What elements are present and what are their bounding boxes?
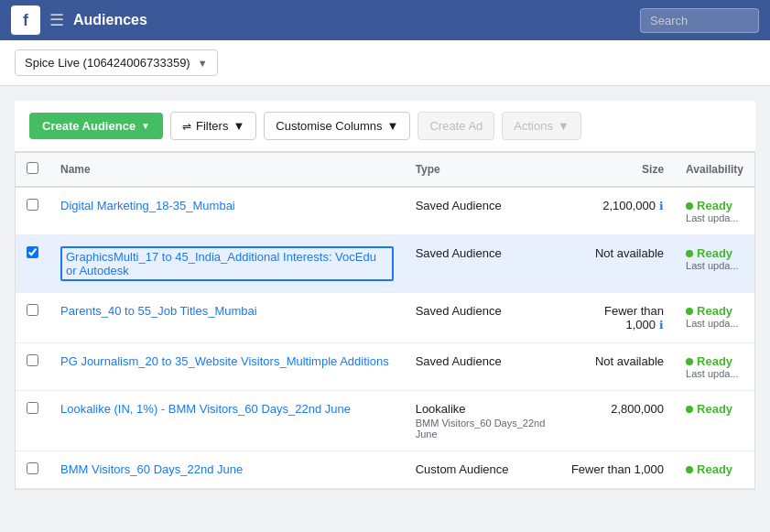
status-dot-icon xyxy=(686,358,693,365)
main-content: Create Audience ▼ ⇌ Filters ▼ Customise … xyxy=(0,86,770,505)
audience-size-cell: 2,100,000ℹ xyxy=(560,187,675,235)
audience-type-label: Lookalike xyxy=(416,402,466,416)
audience-type-cell: Saved Audience xyxy=(405,235,560,293)
status-badge: Ready xyxy=(697,462,732,476)
audience-availability-cell: Ready xyxy=(675,451,754,489)
row-checkbox[interactable] xyxy=(27,402,38,414)
table-row: Lookalike (IN, 1%) - BMM Visitors_60 Day… xyxy=(16,391,754,451)
customise-columns-chevron-icon: ▼ xyxy=(387,119,399,133)
audience-availability-cell: Ready xyxy=(675,391,754,451)
filters-chevron-icon: ▼ xyxy=(233,119,244,133)
table-row: PG Journalism_20 to 35_Website Visitors_… xyxy=(16,343,754,391)
audience-name-cell: Parents_40 to 55_Job Titles_Mumbai xyxy=(49,293,405,343)
audience-size-cell: 2,800,000 xyxy=(560,391,675,451)
table-row: GraphicsMulti_17 to 45_India_Additional … xyxy=(16,235,754,293)
audience-size-cell: Not available xyxy=(560,343,675,391)
table-header-row: Name Type Size Availability xyxy=(16,153,754,187)
table-row: Parents_40 to 55_Job Titles_MumbaiSaved … xyxy=(16,293,754,343)
row-checkbox[interactable] xyxy=(27,199,38,211)
audience-name-cell: GraphicsMulti_17 to 45_India_Additional … xyxy=(49,235,405,293)
status-dot-icon xyxy=(686,202,693,210)
audience-size-value: Not available xyxy=(595,354,664,368)
audience-name-link[interactable]: Parents_40 to 55_Job Titles_Mumbai xyxy=(60,304,394,318)
filter-icon: ⇌ xyxy=(182,120,191,133)
status-sub-text: Last upda... xyxy=(686,318,743,329)
audience-name-cell: Lookalike (IN, 1%) - BMM Visitors_60 Day… xyxy=(49,391,405,451)
audience-size-value: Fewer than 1,000 xyxy=(604,304,664,331)
row-checkbox-cell xyxy=(16,391,49,451)
table-row: BMM Visitors_60 Days_22nd JuneCustom Aud… xyxy=(16,451,754,489)
row-checkbox[interactable] xyxy=(27,304,38,316)
status-dot-icon xyxy=(686,250,693,257)
audience-type-cell: Saved Audience xyxy=(405,343,560,391)
chevron-down-icon: ▼ xyxy=(198,58,208,69)
fb-logo: f xyxy=(11,5,40,35)
column-header-availability: Availability xyxy=(675,153,754,187)
status-dot-icon xyxy=(686,466,693,473)
audience-name-cell: PG Journalism_20 to 35_Website Visitors_… xyxy=(49,343,405,391)
audience-name-link[interactable]: GraphicsMulti_17 to 45_India_Additional … xyxy=(60,246,394,281)
status-sub-text: Last upda... xyxy=(686,260,743,271)
audience-type-label: Saved Audience xyxy=(416,199,502,212)
actions-button: Actions ▼ xyxy=(502,112,581,140)
account-label: Spice Live (106424006733359) xyxy=(25,56,190,70)
audience-type-cell: LookalikeBMM Visitors_60 Days_22nd June xyxy=(405,391,560,451)
size-info-icon[interactable]: ℹ xyxy=(659,200,664,212)
audience-name-cell: Digital Marketing_18-35_Mumbai xyxy=(49,187,405,235)
column-header-name: Name xyxy=(49,153,405,187)
row-checkbox-cell xyxy=(16,293,49,343)
audience-size-value: Not available xyxy=(595,246,664,260)
audience-type-label: Saved Audience xyxy=(416,354,502,368)
audience-availability-cell: ReadyLast upda... xyxy=(675,187,754,235)
audience-availability-cell: ReadyLast upda... xyxy=(675,343,754,391)
audience-name-cell: BMM Visitors_60 Days_22nd June xyxy=(49,451,405,489)
row-checkbox[interactable] xyxy=(27,354,38,366)
audience-type-label: Saved Audience xyxy=(416,304,502,318)
audience-size-cell: Not available xyxy=(560,235,675,293)
toolbar: Create Audience ▼ ⇌ Filters ▼ Customise … xyxy=(15,101,755,152)
row-checkbox-cell xyxy=(16,187,49,235)
audience-type-cell: Saved Audience xyxy=(405,187,560,235)
column-header-size: Size xyxy=(560,153,675,187)
audience-size-value: 2,800,000 xyxy=(611,402,664,416)
audience-type-label: Saved Audience xyxy=(416,246,502,260)
hamburger-icon[interactable]: ☰ xyxy=(49,10,64,30)
account-selector[interactable]: Spice Live (106424006733359) ▼ xyxy=(15,49,218,76)
status-dot-icon xyxy=(686,406,693,413)
status-badge: Ready xyxy=(697,199,732,212)
size-info-icon[interactable]: ℹ xyxy=(659,319,664,331)
audience-name-link[interactable]: Digital Marketing_18-35_Mumbai xyxy=(60,199,394,212)
select-all-header xyxy=(16,153,49,187)
audience-size-cell: Fewer than 1,000 xyxy=(560,451,675,489)
create-audience-dropdown-icon: ▼ xyxy=(141,121,150,131)
create-audience-button[interactable]: Create Audience ▼ xyxy=(29,113,163,139)
row-checkbox[interactable] xyxy=(27,462,38,474)
row-checkbox[interactable] xyxy=(27,246,38,258)
audience-name-link[interactable]: BMM Visitors_60 Days_22nd June xyxy=(60,462,394,476)
create-ad-button: Create Ad xyxy=(418,112,494,140)
audience-type-cell: Saved Audience xyxy=(405,293,560,343)
customise-columns-button[interactable]: Customise Columns ▼ xyxy=(264,112,410,140)
sub-navigation: Spice Live (106424006733359) ▼ xyxy=(0,40,770,86)
audience-availability-cell: ReadyLast upda... xyxy=(675,293,754,343)
audience-availability-cell: ReadyLast upda... xyxy=(675,235,754,293)
audience-size-value: Fewer than 1,000 xyxy=(571,462,664,476)
audience-type-sub-label: BMM Visitors_60 Days_22nd June xyxy=(416,418,549,440)
filters-button[interactable]: ⇌ Filters ▼ xyxy=(170,112,256,140)
page-title: Audiences xyxy=(73,12,640,28)
audience-name-link[interactable]: PG Journalism_20 to 35_Website Visitors_… xyxy=(60,354,394,368)
row-checkbox-cell xyxy=(16,235,49,293)
row-checkbox-cell xyxy=(16,451,49,489)
audience-type-cell: Custom Audience xyxy=(405,451,560,489)
audience-size-cell: Fewer than 1,000ℹ xyxy=(560,293,675,343)
status-dot-icon xyxy=(686,308,693,315)
status-badge: Ready xyxy=(697,246,732,260)
row-checkbox-cell xyxy=(16,343,49,391)
status-badge: Ready xyxy=(697,304,732,318)
search-input[interactable] xyxy=(640,8,759,33)
audiences-table: Name Type Size Availability Digital Mark… xyxy=(15,152,755,490)
audience-name-link[interactable]: Lookalike (IN, 1%) - BMM Visitors_60 Day… xyxy=(60,402,394,416)
select-all-checkbox[interactable] xyxy=(27,162,38,174)
top-navigation: f ☰ Audiences xyxy=(0,0,770,40)
column-header-type: Type xyxy=(405,153,560,187)
